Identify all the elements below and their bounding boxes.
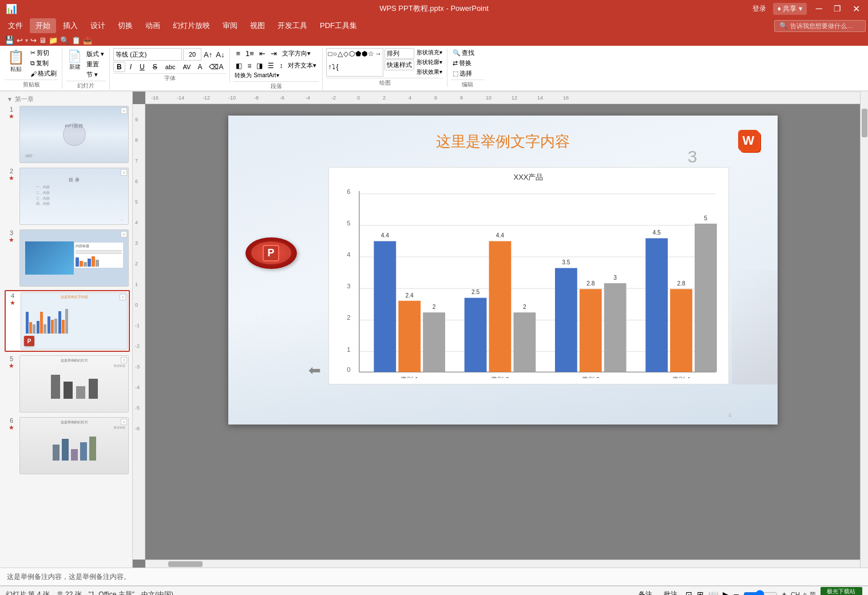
shape-picker[interactable]: □○△◇ ⬡⬟⬢☆ →↑⤵{ [326, 48, 383, 77]
normal-view-btn[interactable]: ⊡ [685, 590, 692, 595]
minimize-btn[interactable]: ─ [814, 3, 825, 14]
slide-thumb-4[interactable]: 4 ★ 这是举例文字内容 [5, 290, 130, 352]
slide-sorter-btn[interactable]: ⊞ [697, 590, 704, 595]
menu-pdf[interactable]: PDF工具集 [314, 18, 363, 33]
search-bar[interactable]: 🔍 告诉我您想要做什么… [774, 20, 866, 32]
cut-btn[interactable]: ✂剪切 [29, 48, 58, 58]
italic-btn[interactable]: I [126, 62, 135, 72]
convert-smartart-btn[interactable]: 转换为 SmartArt▾ [233, 71, 319, 80]
decrease-indent-btn[interactable]: ⇤ [257, 48, 268, 59]
menu-review[interactable]: 审阅 [217, 18, 243, 33]
shape-fill-btn[interactable]: 形状填充▾ [415, 48, 443, 57]
svg-text:类别 3: 类别 3 [581, 376, 599, 378]
reading-view-btn[interactable]: 📖 [708, 590, 718, 595]
paragraph-group-label: 段落 [233, 81, 319, 90]
align-center-btn[interactable]: ≡ [245, 61, 253, 71]
bold-btn[interactable]: B [113, 62, 125, 72]
find-btn[interactable]: 🔍查找 [451, 48, 484, 58]
slide-thumb-1[interactable]: 1 ★ PPT教程 -997 ○ [5, 105, 130, 164]
layout-btn[interactable]: 版式 ▾ [85, 49, 106, 59]
font-color-btn[interactable]: A [195, 62, 205, 72]
notes-btn[interactable]: 备注 [635, 589, 656, 595]
svg-text:-6: -6 [280, 95, 284, 101]
clipboard-btn[interactable]: 📋 [72, 36, 81, 45]
close-btn[interactable]: ✕ [850, 3, 862, 14]
bullet-list-btn[interactable]: ≡ [233, 48, 243, 59]
slideshow-btn[interactable]: ▶ [723, 590, 729, 595]
svg-text:3.5: 3.5 [562, 259, 570, 265]
justify-btn[interactable]: ☰ [265, 61, 276, 71]
font-size-input[interactable] [183, 48, 201, 61]
shadow-btn[interactable]: abc [162, 62, 179, 72]
scrollbar-vertical[interactable] [860, 92, 868, 568]
menu-transitions[interactable]: 切换 [112, 18, 138, 33]
slide-thumb-6[interactable]: 6 ★ 这是举例的幻灯片 数据标题 ○ [5, 416, 130, 475]
editor-area: -16 -14 -12 -10 -8 -6 -4 -2 0 2 4 6 8 10… [133, 92, 860, 568]
strikethrough-btn[interactable]: S [149, 62, 161, 72]
menu-design[interactable]: 设计 [85, 18, 111, 33]
align-right-btn[interactable]: ◨ [254, 61, 265, 71]
underline-btn[interactable]: U [136, 62, 148, 72]
menu-animations[interactable]: 动画 [140, 18, 166, 33]
decrease-font-btn[interactable]: A↓ [215, 50, 225, 60]
section-btn[interactable]: 节 ▾ [85, 70, 106, 80]
comments-btn[interactable]: 批注 [660, 589, 681, 595]
new-slide-btn[interactable]: 📄 新建 [66, 48, 84, 72]
open-btn[interactable]: 📁 [49, 36, 58, 45]
numbered-list-btn[interactable]: 1≡ [243, 48, 256, 59]
redo-btn[interactable]: ↪ [30, 36, 37, 45]
undo-btn[interactable]: ↩ [17, 36, 23, 45]
paste-btn[interactable]: 📋 粘贴 [5, 48, 27, 74]
select-btn[interactable]: ⬚选择 [451, 69, 484, 78]
svg-text:-4: -4 [306, 95, 310, 101]
login-btn[interactable]: 登录 [752, 4, 766, 14]
clear-format-btn[interactable]: ⌫A [206, 62, 226, 72]
align-text-btn[interactable]: 对齐文本▾ [286, 60, 319, 71]
canvas-scroll-area[interactable]: 这里是举例文字内容 3 W [145, 104, 860, 560]
svg-text:2.8: 2.8 [586, 280, 595, 287]
reset-btn[interactable]: 重置 [85, 60, 106, 69]
svg-text:-4: -4 [135, 384, 140, 390]
slide-thumb-3[interactable]: 3 ★ 内容标题 [5, 228, 130, 288]
menu-home[interactable]: 开始 [30, 18, 56, 33]
zoom-out-btn[interactable]: ─ [734, 590, 739, 595]
text-direction-btn[interactable]: 文字方向▾ [280, 48, 313, 59]
svg-text:3: 3 [347, 283, 350, 289]
align-left-btn[interactable]: ◧ [233, 61, 244, 71]
svg-rect-54 [374, 241, 396, 372]
restore-btn[interactable]: ❐ [831, 4, 843, 13]
svg-text:-14: -14 [177, 95, 184, 101]
copy-btn[interactable]: ⧉复制 [29, 58, 58, 68]
shape-effect-btn[interactable]: 形状效果▾ [415, 68, 443, 77]
slide-thumb-2[interactable]: 2 ★ 目 录 一、内容二、内容三、内容四、内容 ○ ○ [5, 166, 130, 226]
input-method-indicator[interactable]: CH 々 简 [791, 590, 816, 595]
quick-style-btn[interactable]: 快速样式 [385, 60, 414, 70]
increase-indent-btn[interactable]: ⇥ [268, 48, 279, 59]
export-btn[interactable]: 📤 [83, 36, 92, 45]
zoom-plus-btn[interactable]: + [782, 590, 786, 595]
menu-developer[interactable]: 开发工具 [272, 18, 313, 33]
arrow-left[interactable]: ⬅ [308, 362, 321, 379]
share-btn[interactable]: ♦ 共享 ▾ [773, 3, 807, 15]
print-preview-btn[interactable]: 🔍 [60, 36, 69, 45]
line-spacing-btn[interactable]: ↕ [277, 61, 285, 71]
menu-slideshow[interactable]: 幻灯片放映 [167, 18, 216, 33]
slide-thumb-5[interactable]: 5 ★ 这是举例的幻灯片 数据标题 ○ [5, 354, 130, 414]
increase-font-btn[interactable]: A↑ [203, 50, 213, 60]
svg-text:3: 3 [135, 240, 138, 246]
replace-btn[interactable]: ⇄替换 [451, 58, 484, 68]
svg-text:5: 5 [347, 220, 350, 227]
menu-view[interactable]: 视图 [244, 18, 271, 33]
select-icon: ⬚ [453, 70, 458, 77]
presentation-view-btn[interactable]: 🖥 [39, 36, 46, 45]
shape-outline-btn[interactable]: 形状轮廓▾ [415, 58, 443, 67]
arrange-btn[interactable]: 排列 [385, 48, 414, 59]
menu-insert[interactable]: 插入 [57, 18, 84, 33]
menu-file[interactable]: 文件 [2, 18, 29, 33]
scrollbar-horizontal[interactable] [145, 560, 860, 568]
font-name-input[interactable] [113, 48, 182, 61]
zoom-slider[interactable] [743, 590, 778, 595]
format-painter-btn[interactable]: 🖌格式刷 [29, 69, 58, 78]
save-btn[interactable]: 💾 [5, 35, 14, 45]
char-spacing-btn[interactable]: AV [180, 62, 194, 72]
